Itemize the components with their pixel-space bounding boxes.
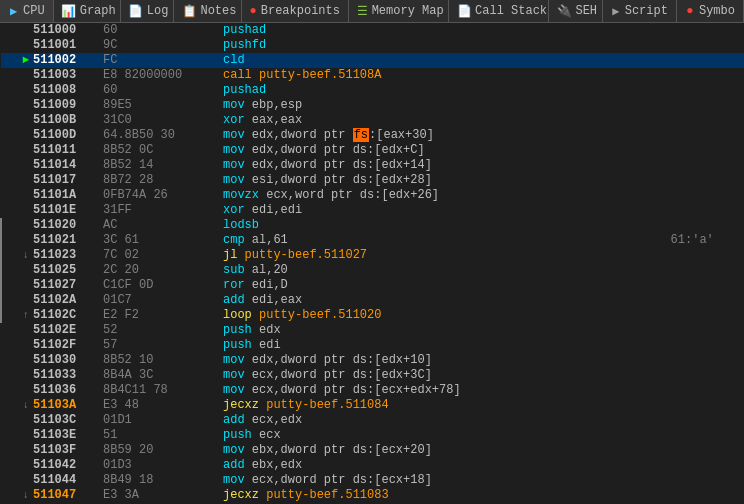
arrow-gutter [1,353,31,368]
tab-log[interactable]: 📄 Log [121,0,175,22]
bytes-cell: 8B4C11 78 [101,383,221,398]
address-cell: 51100B [31,113,101,128]
table-row[interactable]: 51102A01C7add edi,eax [1,293,744,308]
table-row[interactable]: ►511002FCcld [1,53,744,68]
instruction-cell: xor eax,eax [221,113,651,128]
instruction-cell: jecxz putty-beef.511084 [221,398,651,413]
table-row[interactable]: 5110148B52 14mov edx,dword ptr ds:[edx+1… [1,158,744,173]
address-cell: 511030 [31,353,101,368]
disasm-table: 51100060pushad 5110019Cpushfd ►511002FCc… [0,23,744,503]
tab-graph[interactable]: 📊 Graph [54,0,121,22]
table-row[interactable]: 5110338B4A 3Cmov ecx,dword ptr ds:[edx+3… [1,368,744,383]
table-row[interactable]: 5110178B72 28mov esi,dword ptr ds:[edx+2… [1,173,744,188]
tab-breakpoints[interactable]: ● Breakpoints [242,0,349,22]
address-cell: 51102C [31,308,101,323]
address-cell: 511008 [31,83,101,98]
table-row[interactable]: 5110118B52 0Cmov edx,dword ptr ds:[edx+C… [1,143,744,158]
instruction-cell: call putty-beef.51108A [221,68,651,83]
tab-bar: ▶ CPU 📊 Graph 📄 Log 📋 Notes ● Breakpoint… [0,0,744,23]
table-row[interactable]: 5110308B52 10mov edx,dword ptr ds:[edx+1… [1,353,744,368]
instruction-cell: jecxz putty-beef.511083 [221,488,651,503]
instruction-cell: pushfd [221,38,651,53]
arrow-gutter [1,458,31,473]
bytes-cell: C1CF 0D [101,278,221,293]
bytes-cell: 01D3 [101,458,221,473]
address-cell: 511036 [31,383,101,398]
instruction-cell: pushad [221,23,651,38]
arrow-gutter [1,338,31,353]
tab-seh-label: SEH [575,4,597,18]
instruction-cell: mov edx,dword ptr ds:[edx+C] [221,143,651,158]
address-cell: 51101A [31,188,101,203]
tab-callstack[interactable]: 📄 Call Stack [449,0,549,22]
address-cell: 51100D [31,128,101,143]
disasm-view[interactable]: 51100060pushad 5110019Cpushfd ►511002FCc… [0,23,744,504]
table-row[interactable]: 51100B31C0xor eax,eax [1,113,744,128]
bytes-cell: 8B52 10 [101,353,221,368]
arrow-gutter [1,323,31,338]
table-row[interactable]: 51100989E5mov ebp,esp [1,98,744,113]
arrow-gutter [1,38,31,53]
instruction-cell: xor edi,edi [221,203,651,218]
tab-symbo[interactable]: ● Symbo [677,0,744,22]
table-row[interactable]: ↓51103AE3 48jecxz putty-beef.511084 [1,398,744,413]
tab-script-label: Script [625,4,668,18]
tab-memmap[interactable]: ☰ Memory Map [349,0,449,22]
symbo-icon: ● [685,4,695,18]
arrow-gutter [1,383,31,398]
table-row[interactable]: 51100D64.8B50 30mov edx,dword ptr fs:[ea… [1,128,744,143]
address-cell: 51103F [31,443,101,458]
address-cell: 51102A [31,293,101,308]
table-row[interactable]: 51102F57push edi [1,338,744,353]
bytes-cell: 2C 20 [101,263,221,278]
table-row[interactable]: 5110368B4C11 78mov ecx,dword ptr ds:[ecx… [1,383,744,398]
comment-cell [651,23,744,38]
comment-cell [651,413,744,428]
bytes-cell: FC [101,53,221,68]
arrow-gutter [1,473,31,488]
table-row[interactable]: 5110252C 20sub al,20 [1,263,744,278]
tab-script[interactable]: ▶ Script [603,0,677,22]
table-row[interactable]: 5110213C 61cmp al,6161:'a' [1,233,744,248]
address-cell: 51103E [31,428,101,443]
memmap-icon: ☰ [357,4,368,18]
table-row[interactable]: 511020AClodsb [1,218,744,233]
table-row[interactable]: 51103C01D1add ecx,edx [1,413,744,428]
address-cell: 511020 [31,218,101,233]
tab-cpu[interactable]: ▶ CPU [0,0,54,22]
tab-seh[interactable]: 🔌 SEH [549,0,603,22]
bytes-cell: 8B72 28 [101,173,221,188]
table-row[interactable]: 51103E51push ecx [1,428,744,443]
tab-notes[interactable]: 📋 Notes [174,0,241,22]
arrow-gutter [1,233,31,248]
table-row[interactable]: 511003E8 82000000call putty-beef.51108A [1,68,744,83]
table-row[interactable]: 51103F8B59 20mov ebx,dword ptr ds:[ecx+2… [1,443,744,458]
instruction-cell: mov ebp,esp [221,98,651,113]
table-row[interactable]: 51100060pushad [1,23,744,38]
bytes-cell: 31C0 [101,113,221,128]
table-row[interactable]: ↓5110237C 02jl putty-beef.511027 [1,248,744,263]
address-cell: 511021 [31,233,101,248]
cpu-icon: ▶ [8,4,19,18]
table-row[interactable]: 51101E31FFxor edi,edi [1,203,744,218]
table-row[interactable]: 5110448B49 18mov ecx,dword ptr ds:[ecx+1… [1,473,744,488]
table-row[interactable]: 51100860pushad [1,83,744,98]
instruction-cell: mov edx,dword ptr fs:[eax+30] [221,128,651,143]
table-row[interactable]: 51104201D3add ebx,edx [1,458,744,473]
table-row[interactable]: ↓511047E3 3Ajecxz putty-beef.511083 [1,488,744,503]
instruction-cell: sub al,20 [221,263,651,278]
arrow-gutter [1,188,31,203]
table-row[interactable]: 511027C1CF 0Dror edi,D [1,278,744,293]
table-row[interactable]: ↑51102CE2 F2loop putty-beef.511020 [1,308,744,323]
bytes-cell: 8B49 18 [101,473,221,488]
table-row[interactable]: 51102E52push edx [1,323,744,338]
instruction-cell: push edx [221,323,651,338]
comment-cell [651,143,744,158]
instruction-cell: mov ecx,dword ptr ds:[ecx+edx+78] [221,383,651,398]
bytes-cell: 89E5 [101,98,221,113]
table-row[interactable]: 51101A0FB74A 26movzx ecx,word ptr ds:[ed… [1,188,744,203]
table-row[interactable]: 5110019Cpushfd [1,38,744,53]
notes-icon: 📋 [182,4,196,18]
bytes-cell: 8B4A 3C [101,368,221,383]
comment-cell [651,83,744,98]
